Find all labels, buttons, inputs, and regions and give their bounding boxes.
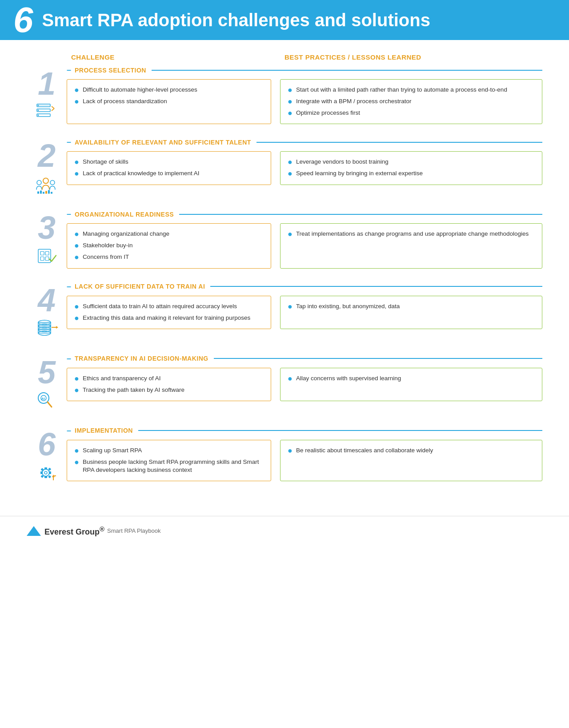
- svg-rect-22: [45, 257, 49, 261]
- column-headers: CHALLENGE BEST PRACTICES / LESSONS LEARN…: [71, 53, 542, 61]
- list-item: ●Be realistic about timescales and colla…: [288, 446, 535, 455]
- section-2-icon: 2: [27, 137, 67, 196]
- header-title: Smart RPA adoption challenges and soluti…: [42, 10, 430, 30]
- section-6-icon: 6: [27, 426, 67, 485]
- bullet-icon: ●: [288, 158, 293, 167]
- header-number: 6: [13, 2, 33, 38]
- svg-point-9: [37, 181, 41, 185]
- section-2-line: [256, 142, 542, 143]
- section-6-dash: –: [67, 426, 71, 435]
- section-4-icon: 4: [27, 282, 67, 341]
- section-6-solution-list: ●Be realistic about timescales and colla…: [288, 446, 535, 455]
- section-2-challenge-list: ●Shortage of skills ●Lack of practical k…: [74, 158, 264, 178]
- section-3-number: 3: [38, 212, 56, 244]
- list-item: ●Leverage vendors to boost training: [288, 158, 535, 167]
- section-3-solution-box: ●Treat implementations as change program…: [280, 223, 542, 268]
- section-3: 3 – ORGANIZATIONAL READINESS ●Manag: [27, 209, 542, 268]
- section-3-solution-list: ●Treat implementations as change program…: [288, 230, 535, 239]
- section-4-dash: –: [67, 282, 71, 291]
- header: 6 Smart RPA adoption challenges and solu…: [0, 0, 569, 40]
- svg-rect-15: [45, 191, 47, 194]
- bullet-icon: ●: [74, 241, 79, 250]
- main-content: CHALLENGE BEST PRACTICES / LESSONS LEARN…: [0, 40, 569, 511]
- bullet-icon: ●: [74, 314, 79, 323]
- list-item: ●Extracting this data and making it rele…: [74, 314, 264, 323]
- section-4-solution-list: ●Tap into existing, but anonymized, data: [288, 302, 535, 311]
- section-5-header: – TRANSPARENCY IN AI DECISION-MAKING: [67, 354, 542, 363]
- svg-line-5: [52, 109, 54, 111]
- section-1: 1 – PROCESS SELECTION: [27, 65, 542, 124]
- svg-rect-21: [40, 257, 44, 261]
- footer-brand-text: Everest Group®: [44, 525, 104, 537]
- footer-tagline: Smart RPA Playbook: [107, 527, 160, 534]
- section-2-content: – AVAILABILITY OF RELEVANT AND SUFFICIEN…: [67, 137, 542, 185]
- brand-suffix: ®: [100, 525, 104, 533]
- list-item: ●Integrate with a BPM / process orchestr…: [288, 97, 535, 106]
- section-2-dash: –: [67, 137, 71, 147]
- section-5-solution-list: ●Allay concerns with supervised learning: [288, 374, 535, 383]
- bullet-icon: ●: [288, 446, 293, 455]
- section-5-challenge-box: ●Ethics and transparency of AI ●Tracking…: [67, 368, 271, 402]
- list-item: ●Treat implementations as change program…: [288, 230, 535, 239]
- section-6-number: 6: [38, 428, 56, 460]
- bullet-icon: ●: [288, 109, 293, 118]
- bullet-icon: ●: [74, 230, 79, 239]
- section-4-title: LACK OF SUFFICIENT DATA TO TRAIN AI: [75, 283, 205, 290]
- data-icon: [35, 316, 59, 341]
- list-item: ●Sufficient data to train AI to attain r…: [74, 302, 264, 311]
- section-4-line: [210, 286, 542, 287]
- section-1-title: PROCESS SELECTION: [75, 67, 146, 74]
- svg-point-7: [37, 110, 39, 111]
- section-1-dash: –: [67, 65, 71, 75]
- list-item: ●Shortage of skills: [74, 158, 264, 167]
- svg-rect-40: [40, 471, 43, 474]
- svg-rect-41: [49, 471, 51, 474]
- section-4-challenge-list: ●Sufficient data to train AI to attain r…: [74, 302, 264, 323]
- list-item: ●Managing organizational change: [74, 230, 264, 239]
- section-5: 5 AI – TRANSPARENCY IN AI DECISION-MAKIN…: [27, 354, 542, 413]
- section-2-challenge-box: ●Shortage of skills ●Lack of practical k…: [67, 151, 271, 185]
- bullet-icon: ●: [74, 302, 79, 311]
- bullet-icon: ●: [288, 302, 293, 311]
- footer-logo: Everest Group®: [27, 525, 104, 537]
- list-item: ●Concerns from IT: [74, 253, 264, 262]
- section-6-line: [138, 430, 542, 431]
- section-4-solution-box: ●Tap into existing, but anonymized, data: [280, 296, 542, 330]
- org-readiness-icon: [35, 244, 59, 268]
- section-1-header: – PROCESS SELECTION: [67, 65, 542, 75]
- transparency-icon: AI: [35, 388, 59, 413]
- everest-chevron-icon: [27, 526, 41, 536]
- list-item: ●Stakeholder buy-in: [74, 241, 264, 250]
- section-5-number: 5: [38, 356, 56, 388]
- bullet-icon: ●: [74, 97, 79, 106]
- section-1-line: [152, 70, 542, 71]
- section-3-dash: –: [67, 209, 71, 219]
- bullet-icon: ●: [288, 230, 293, 239]
- svg-marker-31: [56, 326, 58, 329]
- bestpractice-column-header: BEST PRACTICES / LESSONS LEARNED: [284, 53, 542, 61]
- list-item: ●Business people lacking Smart RPA progr…: [74, 458, 264, 475]
- list-item: ●Tap into existing, but anonymized, data: [288, 302, 535, 311]
- bullet-icon: ●: [74, 253, 79, 262]
- section-4-challenge-box: ●Sufficient data to train AI to attain r…: [67, 296, 271, 330]
- svg-point-11: [50, 181, 55, 185]
- section-2: 2 – AVAILABILITY OF RELEVAN: [27, 137, 542, 196]
- bullet-icon: ●: [74, 158, 79, 167]
- footer: Everest Group® Smart RPA Playbook: [0, 516, 569, 546]
- svg-point-37: [44, 471, 47, 474]
- list-item: ●Allay concerns with supervised learning: [288, 374, 535, 383]
- section-5-line: [214, 358, 542, 359]
- section-1-challenge-box: ●Difficult to automate higher-level proc…: [67, 79, 271, 124]
- list-item: ●Start out with a limited path rather th…: [288, 86, 535, 95]
- section-6: 6 – IMPLEMENTATION: [27, 426, 542, 485]
- section-5-icon: 5 AI: [27, 354, 67, 413]
- section-3-columns: ●Managing organizational change ●Stakeho…: [67, 223, 542, 268]
- bullet-icon: ●: [74, 169, 79, 178]
- svg-rect-43: [48, 475, 51, 478]
- section-3-line: [179, 214, 542, 215]
- section-3-title: ORGANIZATIONAL READINESS: [75, 211, 174, 218]
- section-5-title: TRANSPARENCY IN AI DECISION-MAKING: [75, 355, 208, 362]
- svg-line-34: [48, 402, 52, 407]
- section-6-challenge-box: ●Scaling up Smart RPA ●Business people l…: [67, 440, 271, 482]
- section-2-solution-box: ●Leverage vendors to boost training ●Spe…: [280, 151, 542, 185]
